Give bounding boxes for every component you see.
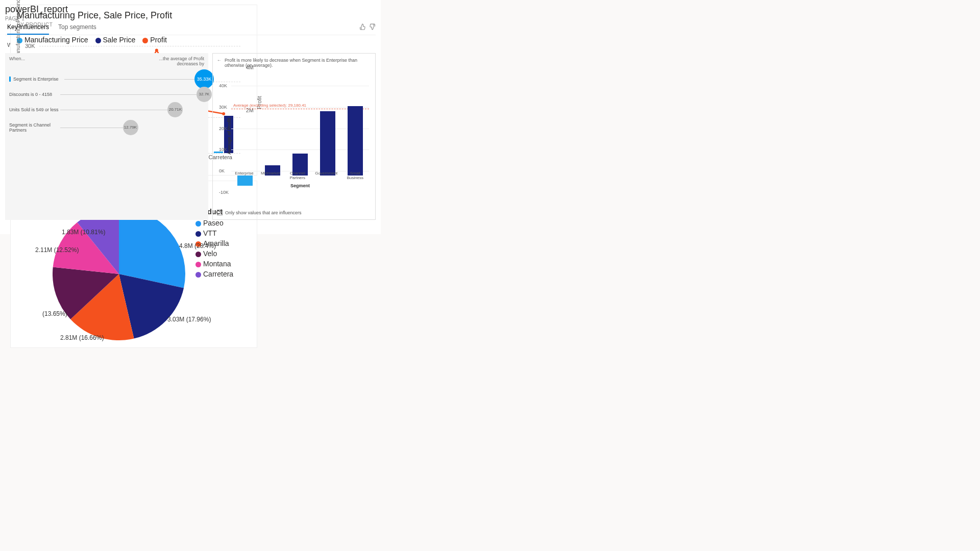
thumbs-up-icon[interactable] [359, 23, 366, 32]
segment-bar-chart[interactable]: Average of Profit -10K 0K 10K 20K 30K 40… [231, 75, 369, 192]
pie-legend-velo[interactable]: Velo [195, 249, 233, 258]
ki-row-0[interactable]: Segment is Enterprise35.33K [9, 77, 204, 82]
report-title: powerBI_report [5, 4, 68, 15]
pie-legend-vtt[interactable]: VTT [195, 229, 233, 237]
pie-label-carretera: 1.83M (10.81%) [62, 229, 105, 236]
ki-detail-panel: ←Profit is more likely to decrease when … [212, 53, 376, 220]
pie-plot[interactable] [53, 208, 185, 340]
tab-top-segments[interactable]: Top segments [58, 23, 96, 35]
pie-legend-paseo[interactable]: Paseo [195, 219, 233, 227]
legend-profit[interactable]: Profit [142, 36, 167, 44]
svg-point-3 [155, 48, 158, 52]
tab-key-influencers[interactable]: Key influencers [7, 23, 49, 35]
ki-row-2[interactable]: Units Sold is 549 or less20.71K [9, 107, 204, 112]
seg-bar-small-business[interactable] [348, 106, 363, 176]
pie-label-amarilla: 2.81M (16.66%) [60, 334, 104, 341]
pie-label-vtt: 3.03M (17.96%) [167, 316, 211, 323]
pie-legend-carretera[interactable]: Carretera [195, 270, 233, 278]
only-influencers-checkbox[interactable]: Only show values that are influencers [217, 210, 371, 215]
legend-sale[interactable]: Sale Price [95, 36, 136, 44]
ki-influencers-panel: When......the average of Profit decrease… [5, 53, 208, 220]
report-card: powerBI_report PAGE 1 Key influencers To… [0, 0, 381, 234]
report-subtitle: PAGE 1 [5, 16, 68, 21]
pie-legend-montana[interactable]: Montana [195, 260, 233, 268]
combo-legend: Manufacturing Price Sale Price Profit [17, 36, 251, 44]
pie-label-paseo: 4.8M (28.4%) [179, 242, 216, 249]
back-arrow-icon[interactable]: ← [217, 58, 222, 63]
pie-label-velo: (13.65%) [42, 310, 67, 317]
pie-label-montana: 2.11M (12.52%) [35, 246, 79, 254]
seg-bar-government[interactable] [320, 111, 335, 176]
thumbs-down-icon[interactable] [369, 23, 376, 32]
ki-tabs: Key influencers Top segments [5, 23, 376, 35]
ki-row-3[interactable]: Segment is Channel Partners12.79K [9, 122, 204, 133]
ki-row-1[interactable]: Discounts is 0 - 415832.7K [9, 92, 204, 97]
